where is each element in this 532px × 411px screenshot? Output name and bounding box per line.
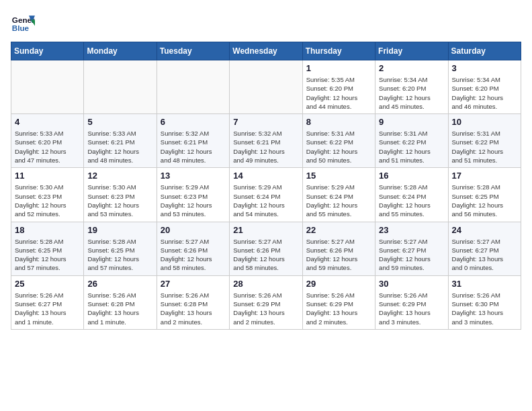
day-info: Sunrise: 5:30 AMSunset: 6:23 PMDaylight:… <box>15 183 80 218</box>
calendar-cell: 4Sunrise: 5:33 AMSunset: 6:20 PMDaylight… <box>11 114 84 168</box>
calendar-cell: 16Sunrise: 5:28 AMSunset: 6:24 PMDayligh… <box>375 168 448 222</box>
calendar-week-1: 1Sunrise: 5:35 AMSunset: 6:20 PMDaylight… <box>11 60 521 114</box>
day-number: 31 <box>452 279 517 289</box>
day-info: Sunrise: 5:29 AMSunset: 6:23 PMDaylight:… <box>161 183 226 218</box>
calendar-cell: 18Sunrise: 5:28 AMSunset: 6:25 PMDayligh… <box>11 222 84 275</box>
calendar-cell: 11Sunrise: 5:30 AMSunset: 6:23 PMDayligh… <box>11 168 84 222</box>
day-number: 29 <box>306 279 371 289</box>
day-info: Sunrise: 5:27 AMSunset: 6:26 PMDaylight:… <box>233 237 298 273</box>
calendar-cell: 19Sunrise: 5:28 AMSunset: 6:25 PMDayligh… <box>84 222 157 275</box>
day-number: 22 <box>306 225 371 235</box>
day-info: Sunrise: 5:26 AMSunset: 6:28 PMDaylight:… <box>87 291 152 326</box>
day-number: 30 <box>379 279 444 289</box>
day-number: 19 <box>87 225 152 235</box>
calendar-cell: 7Sunrise: 5:32 AMSunset: 6:21 PMDaylight… <box>230 114 302 168</box>
calendar-table: SundayMondayTuesdayWednesdayThursdayFrid… <box>11 42 521 330</box>
day-number: 15 <box>306 171 371 181</box>
logo-icon: General Blue <box>11 11 35 35</box>
calendar-cell: 31Sunrise: 5:26 AMSunset: 6:30 PMDayligh… <box>448 275 521 329</box>
calendar-cell <box>157 60 229 114</box>
calendar-cell: 20Sunrise: 5:27 AMSunset: 6:26 PMDayligh… <box>157 222 229 275</box>
day-info: Sunrise: 5:26 AMSunset: 6:27 PMDaylight:… <box>15 291 80 326</box>
calendar-cell: 6Sunrise: 5:32 AMSunset: 6:21 PMDaylight… <box>157 114 229 168</box>
day-number: 12 <box>87 171 152 181</box>
weekday-header-thursday: Thursday <box>302 42 375 60</box>
day-info: Sunrise: 5:26 AMSunset: 6:29 PMDaylight:… <box>379 291 444 326</box>
day-number: 23 <box>379 225 444 235</box>
day-info: Sunrise: 5:31 AMSunset: 6:22 PMDaylight:… <box>379 129 444 165</box>
day-info: Sunrise: 5:27 AMSunset: 6:26 PMDaylight:… <box>161 237 226 273</box>
calendar-cell: 23Sunrise: 5:27 AMSunset: 6:27 PMDayligh… <box>375 222 448 275</box>
day-number: 17 <box>452 171 517 181</box>
day-info: Sunrise: 5:28 AMSunset: 6:25 PMDaylight:… <box>87 237 152 273</box>
day-number: 27 <box>161 279 226 289</box>
calendar-cell: 13Sunrise: 5:29 AMSunset: 6:23 PMDayligh… <box>157 168 229 222</box>
calendar-cell: 17Sunrise: 5:28 AMSunset: 6:25 PMDayligh… <box>448 168 521 222</box>
calendar-cell: 2Sunrise: 5:34 AMSunset: 6:20 PMDaylight… <box>375 60 448 114</box>
calendar-week-3: 11Sunrise: 5:30 AMSunset: 6:23 PMDayligh… <box>11 168 521 222</box>
day-info: Sunrise: 5:33 AMSunset: 6:21 PMDaylight:… <box>87 129 152 165</box>
calendar-cell <box>11 60 84 114</box>
weekday-header-monday: Monday <box>84 42 157 60</box>
day-info: Sunrise: 5:29 AMSunset: 6:24 PMDaylight:… <box>306 183 371 218</box>
day-number: 26 <box>87 279 152 289</box>
calendar-cell: 3Sunrise: 5:34 AMSunset: 6:20 PMDaylight… <box>448 60 521 114</box>
calendar-cell: 8Sunrise: 5:31 AMSunset: 6:22 PMDaylight… <box>302 114 375 168</box>
calendar-cell: 21Sunrise: 5:27 AMSunset: 6:26 PMDayligh… <box>230 222 302 275</box>
day-number: 25 <box>15 279 80 289</box>
calendar-cell: 1Sunrise: 5:35 AMSunset: 6:20 PMDaylight… <box>302 60 375 114</box>
day-info: Sunrise: 5:33 AMSunset: 6:20 PMDaylight:… <box>15 129 80 165</box>
day-info: Sunrise: 5:27 AMSunset: 6:26 PMDaylight:… <box>306 237 371 273</box>
day-info: Sunrise: 5:28 AMSunset: 6:24 PMDaylight:… <box>379 183 444 218</box>
day-number: 13 <box>161 171 226 181</box>
weekday-header-tuesday: Tuesday <box>157 42 229 60</box>
calendar-cell: 10Sunrise: 5:31 AMSunset: 6:22 PMDayligh… <box>448 114 521 168</box>
day-number: 28 <box>233 279 298 289</box>
calendar-week-2: 4Sunrise: 5:33 AMSunset: 6:20 PMDaylight… <box>11 114 521 168</box>
calendar-cell: 15Sunrise: 5:29 AMSunset: 6:24 PMDayligh… <box>302 168 375 222</box>
calendar-cell: 5Sunrise: 5:33 AMSunset: 6:21 PMDaylight… <box>84 114 157 168</box>
calendar-cell: 28Sunrise: 5:26 AMSunset: 6:29 PMDayligh… <box>230 275 302 329</box>
calendar-cell: 14Sunrise: 5:29 AMSunset: 6:24 PMDayligh… <box>230 168 302 222</box>
logo: General Blue <box>11 11 35 35</box>
day-number: 2 <box>379 63 444 73</box>
day-info: Sunrise: 5:31 AMSunset: 6:22 PMDaylight:… <box>452 129 517 165</box>
day-number: 11 <box>15 171 80 181</box>
day-info: Sunrise: 5:26 AMSunset: 6:30 PMDaylight:… <box>452 291 517 326</box>
calendar-cell: 29Sunrise: 5:26 AMSunset: 6:29 PMDayligh… <box>302 275 375 329</box>
weekday-header-row: SundayMondayTuesdayWednesdayThursdayFrid… <box>11 42 521 60</box>
day-info: Sunrise: 5:27 AMSunset: 6:27 PMDaylight:… <box>379 237 444 273</box>
calendar-cell: 9Sunrise: 5:31 AMSunset: 6:22 PMDaylight… <box>375 114 448 168</box>
weekday-header-sunday: Sunday <box>11 42 84 60</box>
calendar-cell <box>230 60 302 114</box>
calendar-cell: 24Sunrise: 5:27 AMSunset: 6:27 PMDayligh… <box>448 222 521 275</box>
day-info: Sunrise: 5:26 AMSunset: 6:29 PMDaylight:… <box>306 291 371 326</box>
calendar-body: 1Sunrise: 5:35 AMSunset: 6:20 PMDaylight… <box>11 60 521 330</box>
day-info: Sunrise: 5:28 AMSunset: 6:25 PMDaylight:… <box>452 183 517 218</box>
day-info: Sunrise: 5:26 AMSunset: 6:28 PMDaylight:… <box>161 291 226 326</box>
day-number: 16 <box>379 171 444 181</box>
calendar-cell: 27Sunrise: 5:26 AMSunset: 6:28 PMDayligh… <box>157 275 229 329</box>
calendar-cell: 25Sunrise: 5:26 AMSunset: 6:27 PMDayligh… <box>11 275 84 329</box>
calendar-week-4: 18Sunrise: 5:28 AMSunset: 6:25 PMDayligh… <box>11 222 521 275</box>
day-info: Sunrise: 5:27 AMSunset: 6:27 PMDaylight:… <box>452 237 517 273</box>
day-info: Sunrise: 5:32 AMSunset: 6:21 PMDaylight:… <box>161 129 226 165</box>
day-number: 20 <box>161 225 226 235</box>
day-number: 18 <box>15 225 80 235</box>
calendar-cell: 22Sunrise: 5:27 AMSunset: 6:26 PMDayligh… <box>302 222 375 275</box>
day-info: Sunrise: 5:31 AMSunset: 6:22 PMDaylight:… <box>306 129 371 165</box>
page-header: General Blue <box>11 11 521 35</box>
day-number: 7 <box>233 117 298 127</box>
day-number: 8 <box>306 117 371 127</box>
day-info: Sunrise: 5:26 AMSunset: 6:29 PMDaylight:… <box>233 291 298 326</box>
day-info: Sunrise: 5:35 AMSunset: 6:20 PMDaylight:… <box>306 75 371 111</box>
day-number: 5 <box>87 117 152 127</box>
day-number: 4 <box>15 117 80 127</box>
day-number: 24 <box>452 225 517 235</box>
calendar-cell <box>84 60 157 114</box>
weekday-header-saturday: Saturday <box>448 42 521 60</box>
weekday-header-wednesday: Wednesday <box>230 42 302 60</box>
day-info: Sunrise: 5:30 AMSunset: 6:23 PMDaylight:… <box>87 183 152 218</box>
calendar-cell: 26Sunrise: 5:26 AMSunset: 6:28 PMDayligh… <box>84 275 157 329</box>
svg-text:Blue: Blue <box>12 24 30 32</box>
